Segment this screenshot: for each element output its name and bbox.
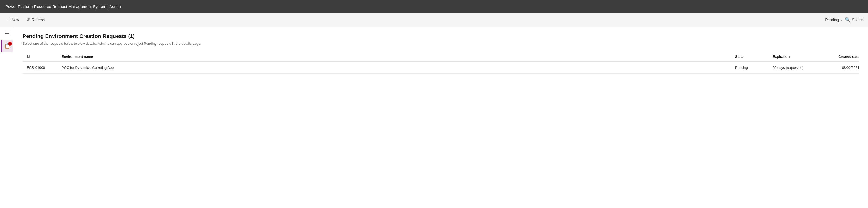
table-body: ECR-01000 POC for Dynamics Marketing App…	[23, 62, 860, 74]
column-header-name: Environment name	[57, 52, 731, 62]
filter-value: Pending	[825, 18, 839, 22]
refresh-label: Refresh	[32, 18, 45, 22]
column-header-expiration: Expiration	[768, 52, 816, 62]
sidebar: 📋 1	[0, 27, 14, 208]
hamburger-line-2	[5, 33, 9, 34]
app-title: Power Platform Resource Request Manageme…	[5, 4, 121, 9]
new-label: New	[11, 18, 19, 22]
refresh-button[interactable]: ↺ Refresh	[23, 15, 48, 24]
content-area: Pending Environment Creation Requests (1…	[14, 27, 868, 208]
chevron-down-icon: ⌄	[840, 18, 843, 22]
title-bar: Power Platform Resource Request Manageme…	[0, 0, 868, 13]
page-description: Select one of the requests below to view…	[23, 41, 860, 45]
column-header-id: Id	[23, 52, 57, 62]
search-container[interactable]: 🔍 Search	[845, 17, 864, 22]
column-header-state: State	[731, 52, 768, 62]
toolbar-right: Pending ⌄ 🔍 Search	[825, 17, 864, 22]
toolbar-left: + New ↺ Refresh	[4, 15, 824, 24]
search-icon: 🔍	[845, 17, 850, 22]
hamburger-button[interactable]	[2, 29, 12, 38]
column-header-created-date: Created date	[816, 52, 860, 62]
cell-state: Pending	[731, 62, 768, 74]
hamburger-line-3	[5, 35, 9, 35]
requests-badge: 1	[8, 42, 12, 45]
hamburger-line-1	[5, 32, 9, 32]
table-header: Id Environment name State Expiration Cre…	[23, 52, 860, 62]
filter-dropdown[interactable]: Pending ⌄	[825, 18, 842, 22]
table-header-row: Id Environment name State Expiration Cre…	[23, 52, 860, 62]
new-button[interactable]: + New	[4, 16, 22, 24]
refresh-icon: ↺	[27, 17, 30, 22]
requests-table: Id Environment name State Expiration Cre…	[23, 52, 860, 74]
cell-expiration: 60 days (requested)	[768, 62, 816, 74]
main-layout: 📋 1 Pending Environment Creation Request…	[0, 27, 868, 208]
cell-created-date: 08/02/2021	[816, 62, 860, 74]
new-icon: +	[7, 18, 10, 22]
toolbar: + New ↺ Refresh Pending ⌄ 🔍 Search	[0, 13, 868, 27]
table-row[interactable]: ECR-01000 POC for Dynamics Marketing App…	[23, 62, 860, 74]
search-label: Search	[852, 18, 864, 22]
cell-id: ECR-01000	[23, 62, 57, 74]
cell-environment-name: POC for Dynamics Marketing App	[57, 62, 731, 74]
page-title: Pending Environment Creation Requests (1…	[23, 33, 860, 39]
sidebar-item-requests[interactable]: 📋 1	[1, 40, 13, 52]
